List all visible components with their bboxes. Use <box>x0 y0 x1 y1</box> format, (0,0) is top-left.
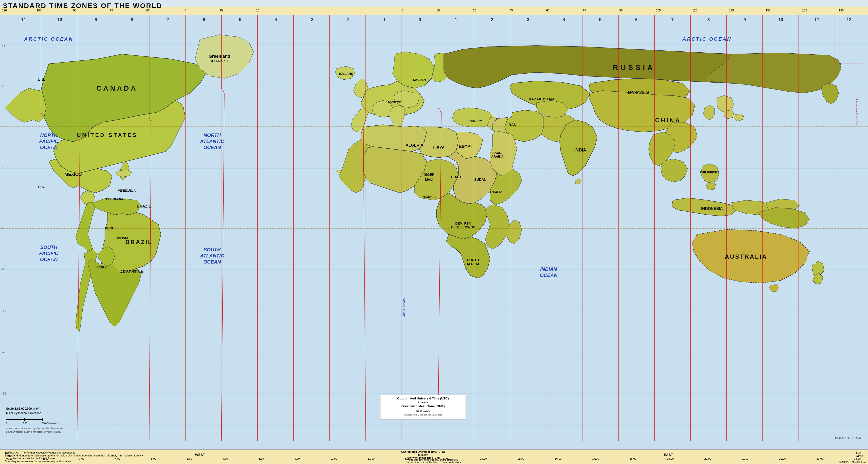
svg-text:OF THE CONGO: OF THE CONGO <box>451 225 475 229</box>
svg-text:formerly: formerly <box>418 401 428 404</box>
svg-text:PACIFIC: PACIFIC <box>39 251 59 256</box>
svg-text:NORTH: NORTH <box>204 133 221 138</box>
svg-text:-3: -3 <box>310 17 314 22</box>
svg-text:BRAZIL: BRAZIL <box>137 204 151 208</box>
svg-text:SWEDEN: SWEDEN <box>413 78 426 81</box>
svg-text:PHILIPPINES: PHILIPPINES <box>700 170 719 174</box>
svg-text:Greenwich Mean Time (GMT): Greenwich Mean Time (GMT) <box>401 404 445 408</box>
svg-text:VENEZUELA: VENEZUELA <box>118 189 136 192</box>
svg-text:OCEAN: OCEAN <box>540 272 558 278</box>
svg-text:500: 500 <box>23 422 27 425</box>
svg-text:1: 1 <box>455 17 457 22</box>
svg-text:BRAZIL: BRAZIL <box>125 239 153 245</box>
svg-text:SOUTH: SOUTH <box>204 247 221 252</box>
svg-text:standard time at this zone is : standard time at this zone is 12:00 noon <box>404 413 442 416</box>
svg-text:Boundary representation is not: Boundary representation is not necessari… <box>6 431 61 433</box>
svg-text:RUSSIA: RUSSIA <box>613 63 655 71</box>
tz-bottom: 24:00 <box>854 457 861 460</box>
svg-text:*Y.F.R.O.M. - The Former Yugos: *Y.F.R.O.M. - The Former Yugoslav Republ… <box>6 427 63 430</box>
svg-text:-5: -5 <box>238 17 241 22</box>
svg-text:10: 10 <box>778 17 783 22</box>
svg-text:NIGER: NIGER <box>424 173 434 176</box>
svg-text:ARCTIC OCEAN: ARCTIC OCEAN <box>24 36 73 42</box>
svg-text:-15: -15 <box>2 268 6 271</box>
tz-bottom: 8:00 <box>259 457 264 460</box>
longitude-label: 165 <box>802 9 807 12</box>
svg-text:30: 30 <box>2 167 5 170</box>
longitude-label: 180 <box>839 9 844 12</box>
longitude-label: 150 <box>766 9 771 12</box>
svg-text:MONGOLIA: MONGOLIA <box>628 91 650 95</box>
add-instruction: Add time zone number to local time to ob… <box>337 459 531 461</box>
utc-text: Coordinated Universal Time (UTC) <box>378 450 468 453</box>
longitude-label: 135 <box>729 9 734 12</box>
footnote-3: Boundary representation is not necessari… <box>5 460 151 463</box>
longitude-label: 75 <box>583 9 586 12</box>
svg-text:ATLANTIC: ATLANTIC <box>200 253 224 258</box>
svg-text:BOLIVIA: BOLIVIA <box>116 236 128 240</box>
sun-time-left: Sun 1:00 <box>5 451 11 458</box>
svg-text:6: 6 <box>635 17 638 22</box>
svg-text:IRAN: IRAN <box>508 123 517 127</box>
formerly-text: formerly <box>378 453 468 456</box>
svg-text:0: 0 <box>2 226 4 230</box>
svg-text:ARCTIC OCEAN: ARCTIC OCEAN <box>682 36 732 42</box>
svg-text:-1: -1 <box>382 17 386 22</box>
sun-label-left: Sun <box>5 451 10 455</box>
svg-text:KAZAKHSTAN: KAZAKHSTAN <box>529 97 554 101</box>
tz-bottom: 17:00 <box>592 457 599 460</box>
longitude-label: 105 <box>656 9 661 12</box>
svg-text:ICELAND: ICELAND <box>339 72 353 75</box>
svg-text:2: 2 <box>491 17 493 22</box>
svg-text:12: 12 <box>846 17 851 22</box>
svg-text:Scale 1:85,000,000 at 0°: Scale 1:85,000,000 at 0° <box>6 407 39 410</box>
tz-bottom: 16:00 <box>555 457 561 460</box>
svg-text:Miller Cylindrical Projection: Miller Cylindrical Projection <box>6 411 41 415</box>
svg-text:5: 5 <box>599 17 601 22</box>
svg-text:4: 4 <box>563 17 565 22</box>
tz-bottom: 5:00 <box>151 457 156 460</box>
svg-text:U.S.: U.S. <box>37 77 45 81</box>
tz-bottom: 18:00 <box>629 457 637 460</box>
svg-text:U.S.: U.S. <box>38 185 44 189</box>
tz-bottom: 9:00 <box>294 457 300 460</box>
svg-text:11: 11 <box>814 17 819 22</box>
svg-text:ARABIA: ARABIA <box>491 155 504 158</box>
svg-text:Greenland: Greenland <box>209 54 230 59</box>
svg-text:0: 0 <box>418 17 421 22</box>
subtract-instruction: Subtract time zone number from UTC to ob… <box>337 461 531 464</box>
svg-text:SUDAN: SUDAN <box>474 177 487 181</box>
svg-text:-9: -9 <box>93 17 97 22</box>
sun-time-right: Sun 24:00 <box>856 451 863 458</box>
svg-text:PERU: PERU <box>105 226 115 230</box>
west-label: WEST <box>195 453 205 457</box>
svg-text:8: 8 <box>707 17 710 22</box>
svg-text:AFRICA: AFRICA <box>467 262 479 266</box>
tz-bottom: 20:00 <box>704 457 711 460</box>
tz-bottom: 10:00 <box>330 457 337 460</box>
longitude-label: 45 <box>509 9 513 12</box>
svg-text:OCEAN: OCEAN <box>203 259 221 265</box>
footnote-1: *Y.F.R.O.M. - The Former Yugoslav Republ… <box>5 451 151 454</box>
svg-text:-8: -8 <box>129 17 133 22</box>
svg-text:-7: -7 <box>165 17 169 22</box>
svg-text:45: 45 <box>2 126 5 129</box>
svg-text:COLOMBIA: COLOMBIA <box>106 197 123 201</box>
world-map-svg: CANADA UNITED STATES MEXICO U.S. U.S. BR… <box>0 15 868 441</box>
svg-text:-2: -2 <box>346 17 350 22</box>
svg-text:INDIAN: INDIAN <box>540 266 557 272</box>
tz-bottom: 4:00 <box>115 457 120 460</box>
longitude-label: 0 <box>402 9 404 12</box>
svg-text:Coordinated Universal Time (UT: Coordinated Universal Time (UTC) <box>397 397 448 400</box>
tz-bottom: 22:00 <box>779 457 786 460</box>
svg-text:NORWAY: NORWAY <box>388 100 402 103</box>
tz-bottom: 23:00 <box>816 457 824 460</box>
svg-text:TURKEY: TURKEY <box>469 119 482 123</box>
svg-text:-4: -4 <box>274 17 277 22</box>
svg-text:75: 75 <box>2 44 5 47</box>
svg-text:NIGERIA: NIGERIA <box>423 195 436 199</box>
svg-text:SOUTH: SOUTH <box>40 244 58 250</box>
document-number: 802700AI (R02183) 4-03 <box>839 461 866 463</box>
svg-text:CHILE: CHILE <box>97 265 107 269</box>
svg-text:ETHIOPIA: ETHIOPIA <box>487 190 502 194</box>
